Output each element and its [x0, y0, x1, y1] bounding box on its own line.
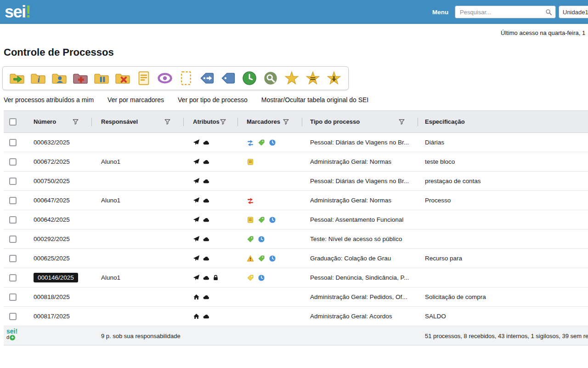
marcador-tag-green-icon[interactable] [247, 236, 254, 243]
marcador-arrows-red-icon[interactable] [247, 197, 254, 204]
topbar: sei! Menu Unidade1 [0, 0, 588, 24]
marcador-clock-blue-icon[interactable] [258, 236, 265, 243]
cloud-icon [203, 216, 209, 223]
link-ver-por-marcadores[interactable]: Ver por marcadores [107, 96, 164, 104]
folder-user-button[interactable] [51, 70, 67, 86]
folder-cancel-button[interactable] [115, 70, 130, 86]
folder-info-button[interactable]: i [30, 70, 46, 86]
marcador-clock-blue-icon[interactable] [258, 274, 265, 282]
folder-pause-button[interactable] [94, 70, 109, 86]
especificacao-cell: SALDO [418, 307, 588, 326]
filter-icon[interactable] [283, 118, 289, 125]
marcador-warning-icon[interactable] [247, 255, 254, 262]
row-checkbox[interactable] [9, 274, 17, 282]
sei-logo[interactable]: sei! [5, 0, 30, 24]
marcador-arrows-blue-icon[interactable] [247, 139, 254, 146]
row-checkbox[interactable] [9, 197, 17, 204]
row-checkbox[interactable] [9, 158, 17, 166]
star-button[interactable] [284, 70, 300, 86]
especificacao-cell: Processo [418, 191, 588, 210]
cloud-icon [203, 255, 209, 262]
numero-cell: 000750/2025 [29, 172, 92, 191]
especificacao-cell: Solicitação de compra [418, 288, 588, 307]
tipo-cell: Pessoal: Denúncia, Sindicância, P... [302, 268, 418, 288]
process-row: 000632/2025Pessoal: Diárias de Viagens n… [4, 133, 588, 152]
select-cell [4, 230, 29, 249]
marcador-note-yellow-icon[interactable] [247, 216, 254, 224]
marcadores-cell [238, 307, 302, 326]
marcador-note-yellow-icon[interactable] [247, 158, 254, 166]
eye-button[interactable] [157, 70, 173, 86]
process-number-link[interactable]: 000625/2025 [34, 255, 70, 262]
row-checkbox[interactable] [9, 255, 17, 262]
row-checkbox[interactable] [9, 139, 17, 146]
link-ver-por-tipo-de-processo[interactable]: Ver por tipo de processo [178, 96, 248, 104]
cloud-icon [203, 139, 209, 146]
star-list-button[interactable] [305, 70, 321, 86]
filter-icon[interactable] [398, 118, 405, 125]
marcador-clock-blue-icon[interactable] [269, 255, 276, 262]
tipo-cell: Teste: Nível de acesso só público [302, 230, 418, 249]
responsavel-cell: Aluno1 [92, 191, 184, 210]
responsavel-cell [92, 133, 184, 152]
menu-button[interactable]: Menu [432, 9, 448, 16]
column-label-tipo: Tipo do processo [310, 118, 360, 125]
process-number-link[interactable]: 000818/2025 [34, 293, 70, 300]
note-doc-button[interactable] [136, 70, 152, 86]
responsavel-cell [92, 307, 184, 326]
row-checkbox[interactable] [9, 313, 17, 320]
process-number-link[interactable]: 000632/2025 [34, 139, 70, 146]
select-cell [4, 172, 29, 191]
numero-cell: 000625/2025 [29, 249, 92, 268]
seal-search-button[interactable] [263, 70, 278, 86]
folder-send-button[interactable] [9, 70, 25, 86]
table-header: NúmeroResponsávelAtributosMarcadoresTipo… [4, 111, 588, 133]
process-number-link[interactable]: 000642/2025 [34, 216, 70, 223]
link-mostrar-ocultar-tabela-sei[interactable]: Mostrar/Ocultar tabela original do SEI [261, 96, 368, 104]
doc-dashed-button[interactable] [178, 70, 194, 86]
atributos-cell [184, 230, 238, 249]
filter-icon[interactable] [72, 118, 79, 125]
star-download-button[interactable] [326, 70, 342, 86]
marcador-clock-blue-icon[interactable] [269, 216, 276, 224]
marcador-tag-green-icon[interactable] [258, 216, 265, 224]
marcador-clock-blue-icon[interactable] [269, 139, 276, 146]
cloud-icon [203, 313, 209, 320]
select-all-checkbox[interactable] [9, 118, 17, 126]
filter-icon[interactable] [220, 118, 226, 125]
responsavel-cell [92, 288, 184, 307]
row-checkbox[interactable] [9, 236, 17, 243]
row-checkbox[interactable] [9, 216, 17, 224]
process-number-link[interactable]: 000750/2025 [34, 178, 70, 184]
folder-info-icon: i [30, 70, 46, 86]
marcador-tag-green-icon[interactable] [258, 139, 265, 146]
process-number-link[interactable]: 000647/2025 [34, 197, 70, 204]
row-checkbox[interactable] [9, 293, 17, 301]
row-checkbox[interactable] [9, 178, 17, 185]
filter-icon[interactable] [164, 118, 171, 125]
column-header-atributos: Atributos [184, 111, 238, 133]
plane-icon [193, 197, 200, 204]
process-row: 000292/2025Teste: Nível de acesso só púb… [4, 230, 588, 249]
responsavel-cell [92, 172, 184, 191]
marcador-tag-yellow-icon[interactable] [247, 274, 254, 282]
link-ver-processos-atribuidos[interactable]: Ver processos atribuídos a mim [4, 96, 94, 104]
search-input[interactable] [455, 6, 556, 18]
marcador-tag-green-icon[interactable] [258, 255, 265, 262]
tag-blue-button[interactable] [220, 70, 236, 86]
tag-send-button[interactable] [199, 70, 215, 86]
folder-cancel-icon [115, 70, 130, 86]
process-number-link[interactable]: 000292/2025 [34, 236, 70, 242]
process-row: 000146/2025Aluno1Pessoal: Denúncia, Sind… [4, 268, 588, 288]
marcadores-cell [238, 152, 302, 172]
folder-add-button[interactable] [73, 70, 88, 86]
unit-selector[interactable]: Unidade1 [559, 6, 588, 18]
clock-green-button[interactable] [242, 70, 257, 86]
last-access-text: Último acesso na quarta-feira, 1 [501, 29, 585, 36]
process-number-link[interactable]: 000146/2025 [34, 273, 78, 282]
search-icon[interactable] [545, 9, 552, 16]
process-number-link[interactable]: 000672/2025 [34, 158, 70, 165]
marcadores-cell [238, 191, 302, 210]
process-number-link[interactable]: 000817/2025 [34, 313, 70, 320]
quick-links: Ver processos atribuídos a mimVer por ma… [4, 96, 368, 104]
